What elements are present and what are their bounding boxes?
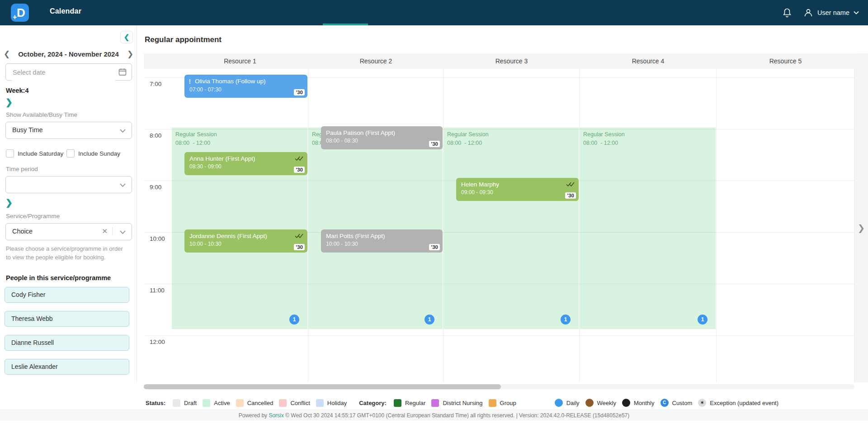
calendar-icon[interactable] (118, 68, 127, 76)
duration-badge: '30 (294, 89, 305, 95)
appointment-title: Helen Marphy (461, 181, 575, 188)
time-period-expand-button[interactable]: ❯ (5, 198, 13, 207)
include-saturday-label: Include Saturday (18, 150, 63, 157)
appointment-block[interactable]: !Olivia Thomas (Follow up)07:00 - 07:30'… (184, 75, 307, 98)
legend-frequency-monthly: Monthly (622, 399, 655, 407)
appointment-block[interactable]: Anna Hunter (First Appt)08:30 - 09:00'30 (184, 152, 307, 175)
service-programme-help-text: Please choose a service/programme in ord… (6, 245, 129, 262)
resource-header-1: Resource 1 (172, 53, 308, 69)
appointment-block[interactable]: Paula Patison (First Appt)08:00 - 08:30'… (321, 126, 443, 149)
time-label: 11:00 (150, 287, 165, 294)
dropdown-chevron-icon (120, 129, 126, 133)
session-label: Regular Session 08:00 - 12:00 (443, 128, 579, 148)
double-check-icon (295, 233, 303, 239)
count-badge[interactable]: 1 (425, 315, 434, 324)
legend-category-label: Category: (359, 400, 387, 406)
scrollbar-thumb[interactable] (144, 384, 501, 389)
month-navigator: ❮ October, 2024 - November 2024 ❯ (0, 49, 137, 59)
chevron-right-icon: ❯ (5, 97, 13, 107)
legend-status-cancelled-label: Cancelled (247, 400, 274, 406)
count-badge[interactable]: 1 (698, 315, 708, 324)
user-menu[interactable]: User name (803, 8, 859, 18)
person-chip[interactable]: Dianne Russell (5, 335, 129, 351)
legend-status-conflict-swatch (279, 399, 287, 407)
duration-badge: '30 (565, 192, 576, 199)
legend-status-cancelled-swatch (236, 399, 244, 407)
person-chip[interactable]: Theresa Webb (5, 311, 129, 327)
sorsix-link[interactable]: Sorsix (269, 412, 283, 419)
legend-bar: Status:DraftActiveCancelledConflictHolid… (0, 397, 868, 409)
include-sunday-checkbox[interactable] (66, 149, 75, 157)
sidebar-collapse-button[interactable]: ❮ (120, 31, 133, 43)
week-expand-button[interactable]: ❯ (5, 98, 13, 106)
select-date-field[interactable] (5, 63, 132, 81)
legend-category-regular-label: Regular (405, 400, 426, 406)
person-chip[interactable]: Leslie Alexander (5, 359, 129, 375)
legend-status-holiday: Holiday (316, 399, 347, 407)
scroll-right-strip (854, 53, 868, 382)
appointment-title: Mari Potts (First Appt) (326, 233, 439, 239)
legend-category-regular: Regular (394, 399, 426, 407)
footer-powered-by: Powered by (239, 412, 269, 419)
dropdown-chevron-icon (120, 183, 126, 187)
appointment-block[interactable]: Helen Marphy09:00 - 09:30'30 (456, 178, 579, 201)
appointment-time: 10:00 - 10:30 (189, 241, 304, 247)
legend-frequency-daily: Daily (555, 399, 580, 407)
appointment-block[interactable]: Jordanne Dennis (First Appt)10:00 - 10:3… (184, 229, 307, 253)
appointment-block[interactable]: Mari Potts (First Appt)10:00 - 10:30'30 (321, 229, 443, 253)
time-label: 9:00 (150, 184, 161, 191)
include-saturday-checkbox[interactable] (6, 149, 14, 157)
time-label: 12:00 (150, 339, 165, 345)
legend-exception: ✶Exception (updated event) (698, 399, 778, 407)
footer-copyright: © Wed Oct 30 2024 14:55:17 GMT+0100 (Cen… (284, 412, 630, 419)
legend-category-district-nursing-swatch (431, 399, 439, 407)
legend-frequency-daily-label: Daily (566, 400, 580, 406)
time-label: 10:00 (150, 235, 165, 242)
clear-selection-icon[interactable]: ✕ (102, 227, 113, 235)
hour-gridline (144, 335, 854, 336)
appointment-time: 09:00 - 09:30 (461, 189, 575, 196)
count-badge[interactable]: 1 (289, 315, 299, 324)
availability-session-block[interactable]: Regular Session 08:00 - 12:001 (443, 128, 579, 329)
legend-category-district-nursing-label: District Nursing (443, 400, 482, 406)
dropdown-chevron-icon (120, 230, 126, 234)
next-month-button[interactable]: ❯ (123, 49, 137, 59)
duration-badge: '30 (429, 244, 440, 250)
exclamation-icon: ! (189, 78, 191, 85)
calendar-grid: Regular Session 08:00 - 12:001Regular Se… (144, 69, 854, 382)
appointment-time: 10:00 - 10:30 (326, 241, 439, 247)
availability-select[interactable]: Busy Time (5, 122, 132, 139)
legend-status-holiday-label: Holiday (327, 400, 347, 406)
availability-session-block[interactable]: Regular Session 08:00 - 12:001 (308, 128, 443, 329)
legend-category-group: Group (489, 399, 516, 407)
resource-header-3: Resource 3 (443, 53, 580, 69)
time-period-label: Time period (6, 166, 38, 172)
select-date-input[interactable] (12, 64, 115, 81)
appointment-time: 08:30 - 09:00 (189, 163, 304, 170)
notifications-bell-icon[interactable] (783, 8, 792, 18)
legend-category-group-swatch (489, 399, 496, 407)
count-badge[interactable]: 1 (561, 315, 571, 324)
availability-session-block[interactable]: Regular Session 08:00 - 12:001 (580, 128, 716, 329)
hour-gridline (144, 129, 854, 129)
session-label: Regular Session 08:00 - 12:00 (172, 128, 307, 148)
time-period-select[interactable] (5, 176, 132, 193)
svg-text:+: + (13, 13, 17, 21)
legend-status-active-swatch (203, 399, 210, 407)
app-title: Calendar (50, 7, 81, 15)
time-label: 8:00 (150, 132, 161, 139)
person-chip[interactable]: Cody Fisher (5, 287, 129, 303)
legend-status-draft: Draft (173, 399, 197, 407)
legend-frequency-daily-swatch (555, 399, 563, 407)
prev-month-button[interactable]: ❮ (0, 49, 14, 59)
legend-custom-swatch: C (660, 399, 669, 407)
app-logo[interactable]: D + (11, 4, 29, 22)
scroll-right-button[interactable]: ❯ (855, 222, 867, 234)
user-name-label: User name (817, 9, 849, 16)
chevron-right-icon: ❯ (858, 223, 865, 233)
month-range-label: October, 2024 - November 2024 (14, 50, 123, 58)
service-programme-select[interactable]: Choice ✕ (5, 223, 132, 240)
page-title: Regular appointment (145, 35, 222, 44)
sidebar: ❮ ❮ October, 2024 - November 2024 ❯ Week… (0, 25, 137, 382)
appointment-title: !Olivia Thomas (Follow up) (189, 78, 304, 85)
